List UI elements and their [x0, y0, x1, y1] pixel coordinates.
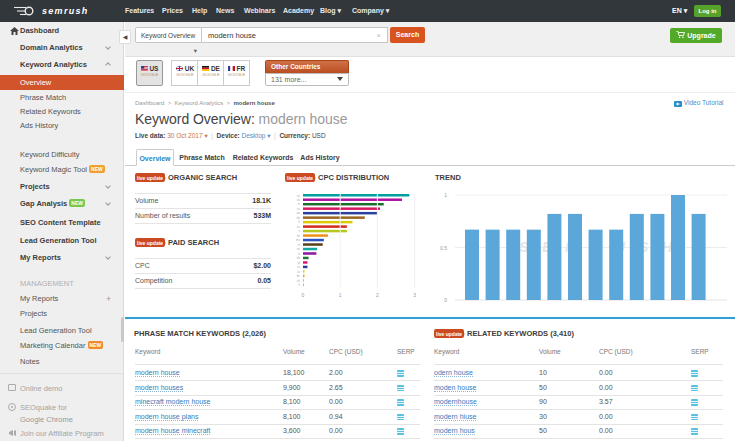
svg-text:tr: tr	[298, 252, 300, 256]
svg-text:2: 2	[376, 292, 379, 298]
svg-text:br: br	[297, 234, 300, 238]
svg-text:1: 1	[339, 292, 342, 298]
svg-text:us: us	[297, 194, 301, 198]
svg-text:es: es	[297, 225, 301, 229]
svg-text:au: au	[297, 211, 301, 215]
svg-text:in: in	[298, 202, 301, 206]
svg-text:1: 1	[444, 192, 447, 198]
svg-text:de: de	[297, 216, 301, 220]
svg-text:ca: ca	[297, 207, 301, 211]
svg-text:be: be	[297, 274, 301, 278]
svg-text:ru: ru	[297, 265, 300, 269]
svg-text:0: 0	[302, 292, 305, 298]
svg-text:fi: fi	[299, 283, 301, 287]
svg-text:0.5: 0.5	[440, 245, 447, 251]
svg-text:mx: mx	[296, 238, 300, 242]
svg-text:ch: ch	[297, 279, 301, 283]
svg-text:ar: ar	[297, 270, 300, 274]
svg-text:uk: uk	[297, 198, 301, 202]
svg-text:0: 0	[444, 297, 447, 303]
svg-text:3: 3	[413, 292, 416, 298]
svg-text:pl: pl	[298, 261, 301, 265]
svg-text:fr: fr	[298, 220, 300, 224]
svg-text:dk: dk	[297, 256, 301, 260]
svg-text:it: it	[299, 229, 301, 233]
svg-text:nl: nl	[298, 243, 301, 247]
svg-text:se: se	[297, 247, 301, 251]
